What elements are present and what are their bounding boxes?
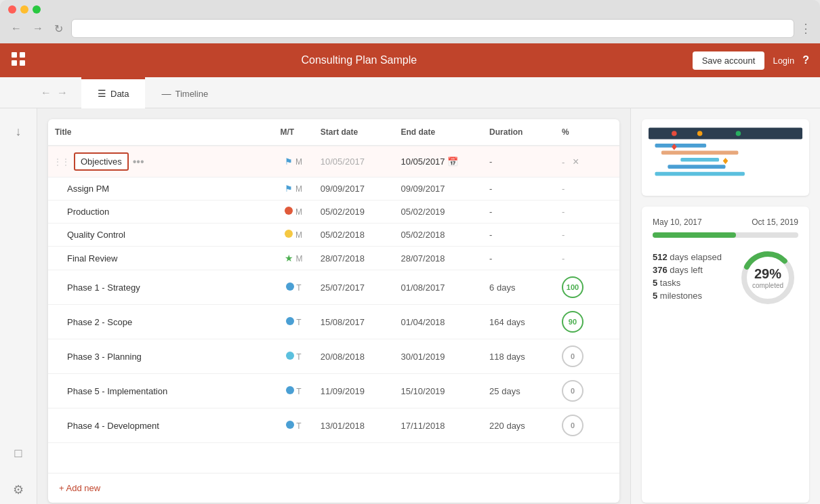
cell-mt: ⚑ M xyxy=(273,177,313,201)
mt-type-label: M xyxy=(295,157,302,167)
cell-pct: - xyxy=(555,177,619,201)
save-account-button[interactable]: Save account xyxy=(693,51,765,70)
svg-rect-13 xyxy=(655,172,744,176)
cell-mt: T xyxy=(273,408,313,443)
app-title: Consulting Plan Sample xyxy=(26,54,693,66)
comment-button[interactable]: □ xyxy=(9,441,28,466)
cell-title: Phase 1 - Strategy xyxy=(48,270,273,305)
tasks-label: tasks xyxy=(660,278,680,288)
help-button[interactable]: ? xyxy=(802,54,809,66)
tab-timeline-label: Timeline xyxy=(175,89,208,99)
selected-title-cell[interactable]: Objectives xyxy=(74,152,129,171)
pct-circle: 0 xyxy=(562,345,583,367)
tab-timeline[interactable]: ― Timeline xyxy=(145,77,224,108)
forward-button[interactable]: → xyxy=(30,21,46,36)
browser-menu-icon[interactable]: ⋮ xyxy=(800,21,812,36)
download-button[interactable]: ↓ xyxy=(10,119,27,144)
circle-blue-icon xyxy=(286,317,294,325)
circle-red-icon xyxy=(285,207,293,215)
cell-start-date: 11/09/2019 xyxy=(314,374,394,408)
row-options-icon[interactable]: ••• xyxy=(133,156,144,168)
svg-point-7 xyxy=(697,131,703,136)
timeline-tab-icon: ― xyxy=(161,88,171,99)
cell-pct: 0 xyxy=(555,339,619,374)
calendar-icon[interactable]: 📅 xyxy=(447,156,458,167)
start-date: May 10, 2017 xyxy=(653,217,702,227)
cell-end-date: 05/02/2018 xyxy=(394,224,483,247)
cell-title: Phase 3 - Planning xyxy=(48,339,273,374)
table-row: Phase 1 - Strategy T25/07/201701/08/2017… xyxy=(48,270,619,305)
date-range-row: May 10, 2017 Oct 15, 2019 xyxy=(653,217,798,227)
tasks-line: 5 tasks xyxy=(653,278,729,288)
right-panel: May 10, 2017 Oct 15, 2019 512 days elaps… xyxy=(630,108,820,504)
cell-mt: M xyxy=(273,224,313,247)
donut-chart: 29% completed xyxy=(737,247,798,308)
window-controls xyxy=(8,5,812,14)
stats-numbers: 512 days elapsed 376 days left 5 tasks 5… xyxy=(653,252,729,303)
undo-button[interactable]: ← xyxy=(41,87,52,99)
cell-duration: 118 days xyxy=(483,339,555,374)
table-header-row: Title M/T Start date End date Duration % xyxy=(48,119,619,146)
title-text: Phase 3 - Planning xyxy=(54,352,142,362)
data-tab-icon: ☰ xyxy=(98,88,106,99)
app-logo-icon xyxy=(11,51,26,70)
redo-button[interactable]: → xyxy=(57,87,68,99)
back-button[interactable]: ← xyxy=(8,21,24,36)
tab-data[interactable]: ☰ Data xyxy=(81,77,145,108)
cell-start-date: 15/08/2017 xyxy=(314,305,394,339)
reload-button[interactable]: ↻ xyxy=(52,21,66,37)
pct-circle: 90 xyxy=(562,311,583,333)
cell-title: Production xyxy=(48,201,273,224)
cell-pct: 100 xyxy=(555,270,619,305)
svg-rect-10 xyxy=(661,150,738,154)
cell-start-date: 13/01/2018 xyxy=(314,408,394,443)
cell-title: Final Review xyxy=(48,247,273,270)
cell-duration: - xyxy=(483,201,555,224)
cell-end-date: 10/05/2017 📅 xyxy=(394,146,483,177)
cell-pct: 0 xyxy=(555,408,619,443)
cell-end-date: 28/07/2018 xyxy=(394,247,483,270)
mt-type-label: T xyxy=(296,421,301,431)
table-row: Quality Control M05/02/201805/02/2018-- xyxy=(48,224,619,247)
add-new-button[interactable]: + Add new xyxy=(59,483,100,493)
cell-pct: 0 xyxy=(555,374,619,408)
svg-rect-3 xyxy=(20,60,25,66)
drag-handle[interactable]: ⋮⋮ xyxy=(54,157,70,167)
settings-button[interactable]: ⚙ xyxy=(7,477,29,503)
main-table: Title M/T Start date End date Duration %… xyxy=(48,119,619,443)
circle-blue-icon xyxy=(286,282,294,291)
star-green-icon: ★ xyxy=(285,253,293,264)
cell-title: Quality Control xyxy=(48,224,273,247)
cell-duration: 220 days xyxy=(483,408,555,443)
table-row: Final Review★ M28/07/201828/07/2018-- xyxy=(48,247,619,270)
title-text: Phase 2 - Scope xyxy=(54,317,132,327)
close-dot[interactable] xyxy=(8,5,16,14)
title-text: Phase 4 - Development xyxy=(54,421,159,431)
maximize-dot[interactable] xyxy=(33,5,41,14)
title-text: Quality Control xyxy=(54,230,125,240)
cell-title: Assign PM xyxy=(48,177,273,201)
login-button[interactable]: Login xyxy=(773,56,794,66)
cell-start-date: 25/07/2017 xyxy=(314,270,394,305)
svg-point-8 xyxy=(736,131,741,136)
col-header-end: End date xyxy=(394,119,483,146)
mt-type-label: T xyxy=(296,318,301,327)
delete-row-button[interactable]: × xyxy=(573,156,579,167)
days-left-value: 376 xyxy=(653,265,668,275)
flag-blue-icon: ⚑ xyxy=(285,156,293,167)
cell-mt: ★ M xyxy=(273,247,313,270)
svg-rect-2 xyxy=(12,60,17,66)
minimize-dot[interactable] xyxy=(20,5,28,14)
header-actions: Save account Login ? xyxy=(693,51,809,70)
stats-panel: May 10, 2017 Oct 15, 2019 512 days elaps… xyxy=(642,207,809,503)
cell-mt: T xyxy=(273,374,313,408)
days-left-line: 376 days left xyxy=(653,265,729,275)
col-header-title: Title xyxy=(48,119,273,146)
donut-text: 29% completed xyxy=(752,266,783,289)
circle-blue-icon xyxy=(286,421,294,429)
address-bar[interactable] xyxy=(71,19,794,38)
completion-pct: 29% xyxy=(752,266,783,282)
app-header: Consulting Plan Sample Save account Logi… xyxy=(0,43,820,77)
pct-dash: - xyxy=(562,157,565,167)
cell-title: Phase 4 - Development xyxy=(48,408,273,443)
